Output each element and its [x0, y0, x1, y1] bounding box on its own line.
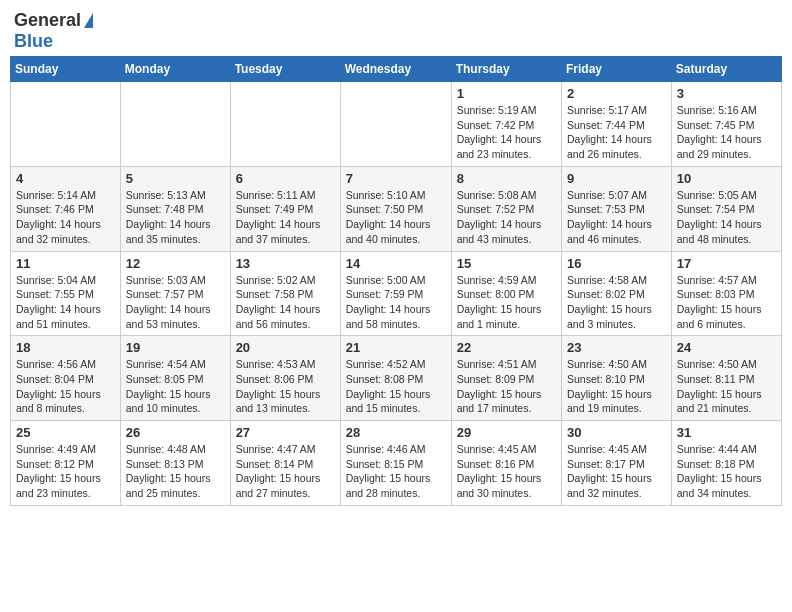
day-info: Sunrise: 4:56 AMSunset: 8:04 PMDaylight:… — [16, 357, 115, 416]
day-info: Sunrise: 5:19 AMSunset: 7:42 PMDaylight:… — [457, 103, 556, 162]
day-info: Sunrise: 5:13 AMSunset: 7:48 PMDaylight:… — [126, 188, 225, 247]
day-info: Sunrise: 5:05 AMSunset: 7:54 PMDaylight:… — [677, 188, 776, 247]
calendar-cell: 30Sunrise: 4:45 AMSunset: 8:17 PMDayligh… — [562, 421, 672, 506]
day-info: Sunrise: 4:59 AMSunset: 8:00 PMDaylight:… — [457, 273, 556, 332]
day-number: 1 — [457, 86, 556, 101]
logo-blue-text: Blue — [14, 31, 53, 51]
calendar-cell: 20Sunrise: 4:53 AMSunset: 8:06 PMDayligh… — [230, 336, 340, 421]
calendar-cell: 8Sunrise: 5:08 AMSunset: 7:52 PMDaylight… — [451, 166, 561, 251]
day-info: Sunrise: 5:02 AMSunset: 7:58 PMDaylight:… — [236, 273, 335, 332]
day-info: Sunrise: 5:11 AMSunset: 7:49 PMDaylight:… — [236, 188, 335, 247]
day-info: Sunrise: 4:44 AMSunset: 8:18 PMDaylight:… — [677, 442, 776, 501]
calendar-cell: 10Sunrise: 5:05 AMSunset: 7:54 PMDayligh… — [671, 166, 781, 251]
day-number: 6 — [236, 171, 335, 186]
day-number: 23 — [567, 340, 666, 355]
day-number: 31 — [677, 425, 776, 440]
calendar-cell: 5Sunrise: 5:13 AMSunset: 7:48 PMDaylight… — [120, 166, 230, 251]
calendar-cell: 7Sunrise: 5:10 AMSunset: 7:50 PMDaylight… — [340, 166, 451, 251]
calendar-cell: 12Sunrise: 5:03 AMSunset: 7:57 PMDayligh… — [120, 251, 230, 336]
logo: General Blue — [14, 10, 93, 52]
day-info: Sunrise: 5:14 AMSunset: 7:46 PMDaylight:… — [16, 188, 115, 247]
day-number: 12 — [126, 256, 225, 271]
calendar-cell: 1Sunrise: 5:19 AMSunset: 7:42 PMDaylight… — [451, 82, 561, 167]
calendar-cell: 18Sunrise: 4:56 AMSunset: 8:04 PMDayligh… — [11, 336, 121, 421]
day-info: Sunrise: 5:07 AMSunset: 7:53 PMDaylight:… — [567, 188, 666, 247]
day-number: 30 — [567, 425, 666, 440]
calendar-week-row: 25Sunrise: 4:49 AMSunset: 8:12 PMDayligh… — [11, 421, 782, 506]
calendar-week-row: 18Sunrise: 4:56 AMSunset: 8:04 PMDayligh… — [11, 336, 782, 421]
column-header-thursday: Thursday — [451, 57, 561, 82]
day-number: 20 — [236, 340, 335, 355]
day-number: 14 — [346, 256, 446, 271]
day-number: 4 — [16, 171, 115, 186]
column-header-friday: Friday — [562, 57, 672, 82]
logo-general-text: General — [14, 10, 81, 31]
calendar-cell: 27Sunrise: 4:47 AMSunset: 8:14 PMDayligh… — [230, 421, 340, 506]
day-info: Sunrise: 4:58 AMSunset: 8:02 PMDaylight:… — [567, 273, 666, 332]
day-number: 29 — [457, 425, 556, 440]
day-number: 19 — [126, 340, 225, 355]
calendar-cell: 15Sunrise: 4:59 AMSunset: 8:00 PMDayligh… — [451, 251, 561, 336]
calendar-cell: 14Sunrise: 5:00 AMSunset: 7:59 PMDayligh… — [340, 251, 451, 336]
day-number: 13 — [236, 256, 335, 271]
column-header-saturday: Saturday — [671, 57, 781, 82]
day-info: Sunrise: 5:08 AMSunset: 7:52 PMDaylight:… — [457, 188, 556, 247]
day-number: 21 — [346, 340, 446, 355]
day-number: 22 — [457, 340, 556, 355]
column-header-wednesday: Wednesday — [340, 57, 451, 82]
calendar-cell: 29Sunrise: 4:45 AMSunset: 8:16 PMDayligh… — [451, 421, 561, 506]
day-info: Sunrise: 4:51 AMSunset: 8:09 PMDaylight:… — [457, 357, 556, 416]
day-number: 17 — [677, 256, 776, 271]
day-info: Sunrise: 5:16 AMSunset: 7:45 PMDaylight:… — [677, 103, 776, 162]
day-info: Sunrise: 4:52 AMSunset: 8:08 PMDaylight:… — [346, 357, 446, 416]
column-header-monday: Monday — [120, 57, 230, 82]
calendar-cell — [340, 82, 451, 167]
day-info: Sunrise: 4:48 AMSunset: 8:13 PMDaylight:… — [126, 442, 225, 501]
day-number: 25 — [16, 425, 115, 440]
calendar-cell: 3Sunrise: 5:16 AMSunset: 7:45 PMDaylight… — [671, 82, 781, 167]
day-number: 2 — [567, 86, 666, 101]
calendar-cell: 16Sunrise: 4:58 AMSunset: 8:02 PMDayligh… — [562, 251, 672, 336]
day-number: 9 — [567, 171, 666, 186]
day-info: Sunrise: 4:50 AMSunset: 8:10 PMDaylight:… — [567, 357, 666, 416]
day-info: Sunrise: 5:17 AMSunset: 7:44 PMDaylight:… — [567, 103, 666, 162]
day-number: 15 — [457, 256, 556, 271]
day-number: 16 — [567, 256, 666, 271]
day-info: Sunrise: 4:45 AMSunset: 8:17 PMDaylight:… — [567, 442, 666, 501]
calendar-cell: 13Sunrise: 5:02 AMSunset: 7:58 PMDayligh… — [230, 251, 340, 336]
calendar-cell: 28Sunrise: 4:46 AMSunset: 8:15 PMDayligh… — [340, 421, 451, 506]
page-header: General Blue — [10, 10, 782, 52]
day-info: Sunrise: 4:45 AMSunset: 8:16 PMDaylight:… — [457, 442, 556, 501]
column-header-sunday: Sunday — [11, 57, 121, 82]
calendar-cell: 11Sunrise: 5:04 AMSunset: 7:55 PMDayligh… — [11, 251, 121, 336]
calendar-cell: 22Sunrise: 4:51 AMSunset: 8:09 PMDayligh… — [451, 336, 561, 421]
calendar-cell: 2Sunrise: 5:17 AMSunset: 7:44 PMDaylight… — [562, 82, 672, 167]
day-number: 27 — [236, 425, 335, 440]
calendar-cell: 24Sunrise: 4:50 AMSunset: 8:11 PMDayligh… — [671, 336, 781, 421]
calendar-week-row: 4Sunrise: 5:14 AMSunset: 7:46 PMDaylight… — [11, 166, 782, 251]
day-info: Sunrise: 5:10 AMSunset: 7:50 PMDaylight:… — [346, 188, 446, 247]
calendar-cell: 17Sunrise: 4:57 AMSunset: 8:03 PMDayligh… — [671, 251, 781, 336]
day-number: 28 — [346, 425, 446, 440]
calendar-cell — [120, 82, 230, 167]
calendar-week-row: 11Sunrise: 5:04 AMSunset: 7:55 PMDayligh… — [11, 251, 782, 336]
day-number: 3 — [677, 86, 776, 101]
day-info: Sunrise: 4:54 AMSunset: 8:05 PMDaylight:… — [126, 357, 225, 416]
day-number: 7 — [346, 171, 446, 186]
calendar-week-row: 1Sunrise: 5:19 AMSunset: 7:42 PMDaylight… — [11, 82, 782, 167]
day-number: 5 — [126, 171, 225, 186]
day-info: Sunrise: 4:49 AMSunset: 8:12 PMDaylight:… — [16, 442, 115, 501]
calendar-header-row: SundayMondayTuesdayWednesdayThursdayFrid… — [11, 57, 782, 82]
calendar-cell: 6Sunrise: 5:11 AMSunset: 7:49 PMDaylight… — [230, 166, 340, 251]
calendar-cell — [11, 82, 121, 167]
day-info: Sunrise: 5:04 AMSunset: 7:55 PMDaylight:… — [16, 273, 115, 332]
day-number: 8 — [457, 171, 556, 186]
logo-triangle-icon — [84, 13, 93, 28]
calendar-cell: 19Sunrise: 4:54 AMSunset: 8:05 PMDayligh… — [120, 336, 230, 421]
day-number: 24 — [677, 340, 776, 355]
calendar-cell: 9Sunrise: 5:07 AMSunset: 7:53 PMDaylight… — [562, 166, 672, 251]
day-info: Sunrise: 4:50 AMSunset: 8:11 PMDaylight:… — [677, 357, 776, 416]
day-info: Sunrise: 5:00 AMSunset: 7:59 PMDaylight:… — [346, 273, 446, 332]
calendar-cell: 23Sunrise: 4:50 AMSunset: 8:10 PMDayligh… — [562, 336, 672, 421]
day-info: Sunrise: 4:47 AMSunset: 8:14 PMDaylight:… — [236, 442, 335, 501]
